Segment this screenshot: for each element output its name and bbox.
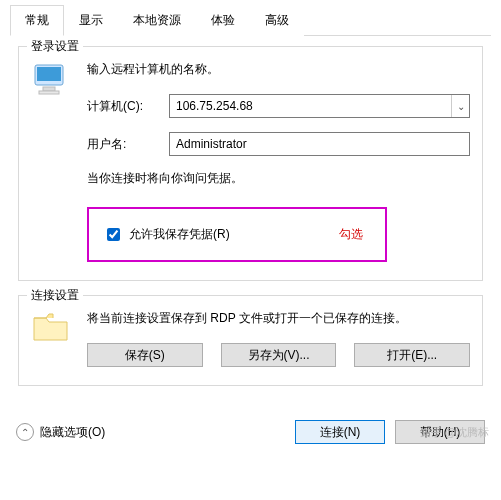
svg-rect-3 [39,91,59,94]
fieldset-connection-legend: 连接设置 [27,287,83,304]
tab-advanced[interactable]: 高级 [250,5,304,36]
save-as-button[interactable]: 另存为(V)... [221,343,337,367]
computer-combo[interactable]: ⌄ [169,94,470,118]
fieldset-login: 登录设置 输入远程计算机的名称。 计算机(C): [18,46,483,281]
monitor-icon [31,61,71,101]
chevron-down-icon[interactable]: ⌄ [451,95,469,117]
annotation-text: 勾选 [339,226,371,243]
login-instruction: 输入远程计算机的名称。 [87,61,470,78]
username-input[interactable] [169,132,470,156]
tab-general[interactable]: 常规 [10,5,64,36]
fieldset-connection: 连接设置 将当前连接设置保存到 RDP 文件或打开一个已保存的连接。 保存(S)… [18,295,483,386]
fieldset-login-legend: 登录设置 [27,38,83,55]
connection-desc: 将当前连接设置保存到 RDP 文件或打开一个已保存的连接。 [87,310,470,327]
save-credentials-label: 允许我保存凭据(R) [129,226,230,243]
tab-content-general: 登录设置 输入远程计算机的名称。 计算机(C): [10,36,491,410]
open-button[interactable]: 打开(E)... [354,343,470,367]
help-button[interactable]: 帮助(H) [395,420,485,444]
highlight-box: 允许我保存凭据(R) 勾选 [87,207,387,262]
svg-rect-2 [43,87,55,91]
save-credentials-checkbox[interactable] [107,228,120,241]
tab-bar: 常规 显示 本地资源 体验 高级 [10,4,491,36]
computer-label: 计算机(C): [87,98,159,115]
tab-experience[interactable]: 体验 [196,5,250,36]
credentials-note: 当你连接时将向你询问凭据。 [87,170,470,187]
connect-button[interactable]: 连接(N) [295,420,385,444]
save-button[interactable]: 保存(S) [87,343,203,367]
tab-display[interactable]: 显示 [64,5,118,36]
svg-rect-1 [37,67,61,81]
tab-local-resources[interactable]: 本地资源 [118,5,196,36]
chevron-up-icon: ⌃ [16,423,34,441]
folder-icon [31,310,71,344]
username-label: 用户名: [87,136,159,153]
computer-input[interactable] [170,99,451,113]
hide-options-label: 隐藏选项(O) [40,424,105,441]
hide-options-toggle[interactable]: ⌃ 隐藏选项(O) [16,423,105,441]
bottom-bar: ⌃ 隐藏选项(O) 连接(N) 帮助(H) [0,410,501,456]
